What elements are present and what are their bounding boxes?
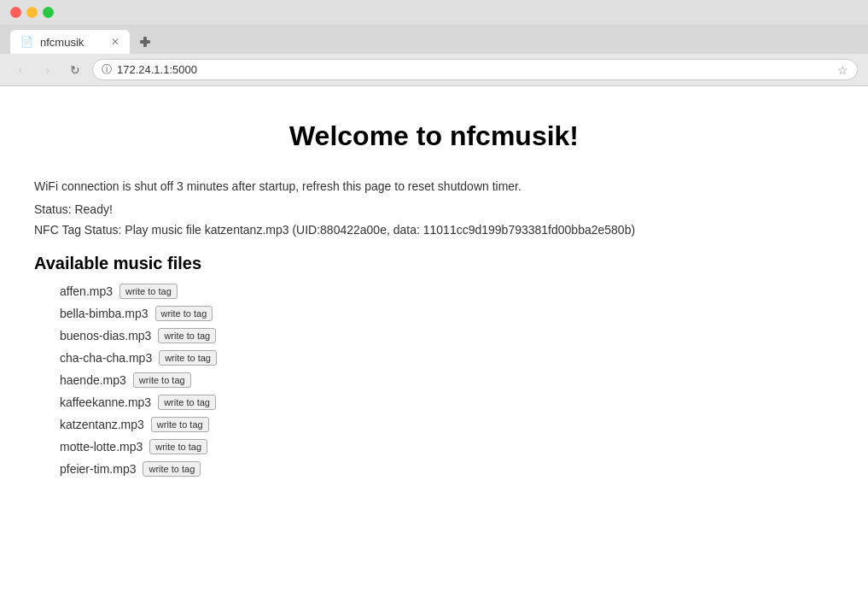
write-to-tag-button[interactable]: write to tag <box>143 461 201 477</box>
music-files-heading: Available music files <box>34 254 834 273</box>
file-name: kaffeekanne.mp3 <box>60 395 151 409</box>
window-controls <box>10 7 54 18</box>
tab-title: nfcmusik <box>40 36 84 49</box>
file-name: buenos-dias.mp3 <box>60 329 151 343</box>
back-button[interactable]: ‹ <box>10 60 31 80</box>
write-to-tag-button[interactable]: write to tag <box>159 350 217 366</box>
status-text: Status: Ready! <box>34 202 834 216</box>
forward-icon: › <box>46 63 50 77</box>
new-tab-button[interactable] <box>133 30 157 54</box>
file-name: motte-lotte.mp3 <box>60 440 143 454</box>
write-to-tag-button[interactable]: write to tag <box>119 284 178 299</box>
close-button[interactable] <box>10 7 21 18</box>
reload-button[interactable]: ↻ <box>65 60 85 80</box>
back-icon: ‹ <box>19 63 23 77</box>
list-item: pfeier-tim.mp3write to tag <box>60 461 834 477</box>
file-name: pfeier-tim.mp3 <box>60 462 136 476</box>
reload-icon: ↻ <box>70 63 80 77</box>
write-to-tag-button[interactable]: write to tag <box>149 439 207 454</box>
bookmark-icon[interactable]: ☆ <box>837 63 848 77</box>
secure-icon: ⓘ <box>102 62 112 77</box>
write-to-tag-button[interactable]: write to tag <box>133 372 191 388</box>
file-name: affen.mp3 <box>60 284 113 298</box>
file-name: haende.mp3 <box>60 373 126 387</box>
list-item: cha-cha-cha.mp3write to tag <box>60 350 834 366</box>
tab-bar: 📄 nfcmusik ✕ <box>0 25 868 54</box>
write-to-tag-button[interactable]: write to tag <box>158 395 216 410</box>
list-item: haende.mp3write to tag <box>60 372 834 388</box>
page-content: Welcome to nfcmusik! WiFi connection is … <box>0 86 868 609</box>
address-bar: ‹ › ↻ ⓘ 172.24.1.1:5000 ☆ <box>0 54 868 85</box>
tab-close-icon[interactable]: ✕ <box>111 36 119 48</box>
list-item: affen.mp3write to tag <box>60 284 834 299</box>
list-item: katzentanz.mp3write to tag <box>60 417 834 432</box>
file-name: bella-bimba.mp3 <box>60 307 149 320</box>
title-bar <box>0 0 868 25</box>
list-item: bella-bimba.mp3write to tag <box>60 306 834 321</box>
list-item: motte-lotte.mp3write to tag <box>60 439 834 454</box>
minimize-button[interactable] <box>26 7 38 18</box>
file-name: cha-cha-cha.mp3 <box>60 351 152 365</box>
forward-button[interactable]: › <box>38 60 58 80</box>
url-bar[interactable]: ⓘ 172.24.1.1:5000 ☆ <box>92 59 858 80</box>
url-text: 172.24.1.1:5000 <box>117 63 197 76</box>
svg-rect-1 <box>140 40 150 44</box>
browser-chrome: 📄 nfcmusik ✕ ‹ › ↻ ⓘ 172.24.1.1:5000 ☆ <box>0 0 868 86</box>
music-files-list: affen.mp3write to tagbella-bimba.mp3writ… <box>34 284 834 477</box>
maximize-button[interactable] <box>43 7 54 18</box>
wifi-notice: WiFi connection is shut off 3 minutes af… <box>34 178 834 196</box>
nfc-status-text: NFC Tag Status: Play music file katzenta… <box>34 223 834 237</box>
write-to-tag-button[interactable]: write to tag <box>151 417 209 432</box>
list-item: buenos-dias.mp3write to tag <box>60 328 834 343</box>
file-name: katzentanz.mp3 <box>60 418 144 431</box>
write-to-tag-button[interactable]: write to tag <box>155 306 213 321</box>
page-heading: Welcome to nfcmusik! <box>34 120 834 152</box>
active-tab[interactable]: 📄 nfcmusik ✕ <box>10 30 130 54</box>
tab-favicon-icon: 📄 <box>20 36 33 48</box>
write-to-tag-button[interactable]: write to tag <box>158 328 216 343</box>
list-item: kaffeekanne.mp3write to tag <box>60 395 834 410</box>
